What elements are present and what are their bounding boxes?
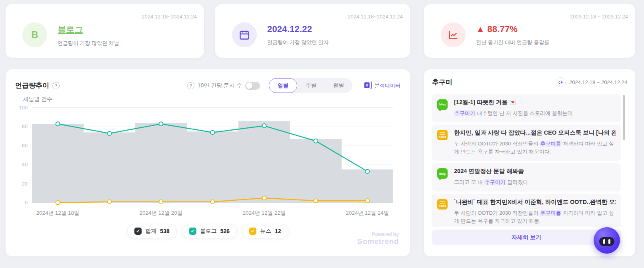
- top-channel-value[interactable]: 블로그: [58, 24, 119, 35]
- feed-item[interactable]: news `나완비` 대표 한지민X비서 이준혁, 하이엔드 OOTD..완벽한…: [432, 194, 621, 227]
- yoy-change-caption: 전년 동기간 대비 언급량 증감률: [476, 39, 549, 46]
- svg-text:2024년 12월 24일: 2024년 12월 24일: [346, 210, 389, 216]
- svg-text:2024년 12월 18일: 2024년 12월 18일: [36, 210, 79, 216]
- feed-item[interactable]: news 한지민, 일과 사랑 다 잡았다...젊은 CEO 오피스룩 보니 […: [432, 125, 621, 161]
- card-date-range: 2024.12.18~2024.12.24: [348, 14, 403, 20]
- refresh-icon[interactable]: ⟳: [556, 77, 566, 87]
- svg-text:X: X: [366, 83, 368, 87]
- legend-label: 합계: [145, 228, 156, 235]
- svg-text:2024년 12월 20일: 2024년 12월 20일: [139, 210, 182, 216]
- chart-legend: ✓ 합계 538 ✓ 블로그 526 ✓ 뉴스 12: [6, 224, 410, 238]
- feed-item-title: 2024 연말정산 문답 해봐씀: [454, 167, 616, 175]
- legend-label: 뉴스: [260, 228, 271, 235]
- svg-text:100: 100: [19, 105, 28, 111]
- legend-count: 12: [275, 228, 281, 234]
- blog-channel-icon: blog: [437, 168, 448, 179]
- yoy-change-card: 2023.12.18 ~ 2023.12.24 ▲ 88.77% 전년 동기간 …: [424, 4, 635, 58]
- tab-weekly[interactable]: 주별: [297, 79, 325, 93]
- feed-item-title: [12월-1] 따뜻한 겨울 💌: [454, 99, 616, 106]
- yoy-change-value: ▲ 88.77%: [476, 24, 549, 34]
- granularity-tabs: 일별 주별 월별: [269, 78, 352, 93]
- legend-count: 538: [160, 228, 169, 234]
- card-date-range: 2023.12.18 ~ 2023.12.24: [570, 14, 628, 20]
- feed-item[interactable]: blog 2024 연말정산 문답 해봐씀 그리고 또 내 추구미가 달라졌다: [432, 163, 621, 191]
- blog-channel-icon-letter: B: [31, 29, 38, 40]
- scrollbar-thumb[interactable]: [623, 95, 625, 140]
- feed-item-desc: 두 사람의 OOTD가 2030 직장인들의 추구미를 저격하며 따라 입고 싶…: [454, 140, 616, 156]
- legend-pill[interactable]: ✓ 뉴스 12: [242, 224, 288, 238]
- top-channel-card: 2024.12.18~2024.12.24 B 블로그 언급량이 가장 많았던 …: [6, 4, 204, 58]
- trend-chart-svg: 0204060801002024년 12월 18일2024년 12월 20일20…: [15, 101, 399, 220]
- checkbox-icon: ✓: [249, 228, 256, 235]
- help-icon[interactable]: ?: [52, 82, 60, 89]
- legend-label: 블로그: [200, 228, 217, 235]
- legend-count: 526: [220, 228, 230, 234]
- feed-item-title: 한지민, 일과 사랑 다 잡았다...젊은 CEO 오피스룩 보니 [나의 완벽…: [454, 129, 616, 137]
- tab-daily[interactable]: 일별: [269, 78, 297, 93]
- feed-list: blog [12월-1] 따뜻한 겨울 💌 추구미가 내추럴인 난 저 사진을 …: [432, 94, 621, 227]
- keyword-highlight: 추구미를: [540, 141, 562, 147]
- svg-text:60: 60: [22, 143, 28, 149]
- trend-chart-icon: [441, 22, 466, 47]
- feed-title: 추구미: [432, 78, 452, 87]
- export-label: 분석데이터: [374, 82, 400, 89]
- top-date-card: 2024.12.18~2024.12.24 2024.12.22 언급량이 가장…: [215, 4, 410, 58]
- news-channel-icon: news: [437, 199, 448, 210]
- keyword-highlight: 추구미가: [454, 110, 476, 116]
- news-channel-icon: news: [437, 130, 448, 140]
- keyword-highlight: 추구미가: [484, 179, 506, 185]
- feed-item-desc: 두 사람의 OOTD가 2030 직장인들의 추구미를 저격하며 따라 입고 싶…: [454, 209, 616, 225]
- svg-text:2024년 12월 22일: 2024년 12월 22일: [242, 210, 286, 216]
- feed-item-title: `나완비` 대표 한지민X비서 이준혁, 하이엔드 OOTD..완벽한 오피스룩: [454, 198, 616, 206]
- section-title: 언급량추이: [15, 81, 49, 90]
- tab-monthly[interactable]: 월별: [325, 79, 352, 93]
- card-date-range: 2024.12.18~2024.12.24: [142, 14, 197, 20]
- top-date-value: 2024.12.22: [267, 24, 329, 34]
- checkbox-icon: ✓: [189, 228, 196, 235]
- per-100k-label: 10만 건당 문서 수: [198, 82, 242, 89]
- sometrend-watermark: Powered by Sometrend: [357, 232, 399, 246]
- help-icon[interactable]: ?: [187, 82, 194, 89]
- feed-item-desc: 그리고 또 내 추구미가 달라졌다: [454, 178, 616, 186]
- blog-channel-icon: B: [22, 22, 47, 47]
- svg-text:80: 80: [22, 123, 28, 129]
- feed-item-desc: 추구미가 내추럴인 난 저 사진을 스토리에 올렸는데: [454, 109, 616, 117]
- see-more-button[interactable]: 자세히 보기: [432, 230, 621, 245]
- svg-text:20: 20: [22, 181, 28, 187]
- keyword-highlight: 추구미를: [540, 210, 562, 216]
- svg-text:40: 40: [22, 161, 28, 167]
- legend-pill[interactable]: ✓ 합계 538: [127, 224, 176, 238]
- feed-item[interactable]: blog [12월-1] 따뜻한 겨울 💌 추구미가 내추럴인 난 저 사진을 …: [432, 94, 621, 122]
- svg-text:0: 0: [25, 199, 28, 206]
- robot-face-icon: [599, 237, 614, 246]
- excel-icon: X: [364, 81, 372, 91]
- legend-pill[interactable]: ✓ 블로그 526: [182, 224, 237, 238]
- toggle-knob: [246, 83, 252, 89]
- export-excel-button[interactable]: X 분석데이터: [364, 81, 400, 91]
- blog-channel-icon: blog: [437, 99, 448, 110]
- assistant-fab-button[interactable]: [594, 227, 620, 254]
- checkbox-icon: ✓: [134, 228, 142, 235]
- per-100k-toggle[interactable]: [245, 82, 260, 90]
- feed-date-range: 2024.12.18 ~ 2024.12.24: [569, 79, 627, 85]
- top-channel-caption: 언급량이 가장 많았던 채널: [58, 40, 119, 47]
- calendar-icon: [232, 22, 257, 47]
- mention-trend-card: 언급량추이 ? ? 10만 건당 문서 수 일별 주별 월별 X: [6, 69, 410, 256]
- top-date-caption: 언급량이 가장 많았던 일자: [267, 39, 329, 46]
